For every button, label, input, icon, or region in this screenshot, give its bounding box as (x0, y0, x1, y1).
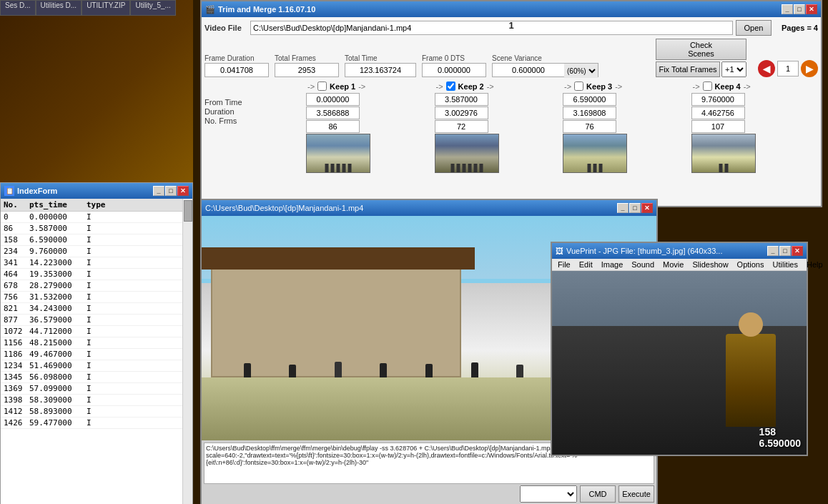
restore-button[interactable]: □ (165, 186, 177, 196)
trim-restore-button[interactable]: □ (794, 4, 805, 14)
keep-4-duration-input[interactable] (691, 107, 745, 119)
keep-4-from-time-input[interactable] (691, 93, 745, 106)
taskbar-item-4[interactable]: Utility_5_... (130, 0, 175, 16)
index-row[interactable]: 67828.279000I (1, 280, 182, 292)
taskbar-item-2[interactable]: Utilities D... (36, 0, 82, 16)
menu-edit[interactable]: Edit (576, 260, 596, 270)
player-close-button[interactable]: ✕ (641, 203, 653, 213)
keep-1-duration-input[interactable] (306, 107, 360, 119)
index-row[interactable]: 134556.098000I (1, 372, 182, 383)
keep-3-duration-input[interactable] (563, 107, 616, 119)
menu-help[interactable]: Help (803, 260, 827, 270)
index-row[interactable]: 2349.760000I (1, 246, 182, 257)
keep-1-from-time-input[interactable] (306, 93, 360, 106)
player-minimize-button[interactable]: _ (617, 203, 629, 213)
menu-file[interactable]: File (554, 260, 574, 270)
keep-3-from-time-input[interactable] (563, 93, 616, 106)
keep-2-header: -> Keep 2 -> (435, 80, 562, 92)
keep-2-duration-input[interactable] (435, 107, 488, 119)
scene-variance-input[interactable] (493, 64, 564, 76)
index-row[interactable]: 75631.532000I (1, 292, 182, 303)
keep-4-checkbox[interactable] (703, 81, 712, 91)
keep-3-checkbox[interactable] (574, 81, 583, 91)
frame-duration-input[interactable] (204, 63, 269, 77)
row-pts: 28.279000 (29, 281, 87, 290)
row-type: I (87, 224, 115, 233)
keep-4-thumb[interactable] (691, 134, 756, 173)
keep-1-thumb[interactable] (306, 134, 370, 173)
index-row[interactable]: 115648.215000I (1, 337, 182, 349)
keep-3-thumb[interactable] (563, 134, 627, 173)
keep-header-spacer (204, 80, 305, 97)
taskbar-item-3[interactable]: UTILITY.ZIP (82, 0, 130, 16)
minimize-button[interactable]: _ (153, 186, 164, 196)
vp-image-area[interactable]: 158 6.590000 (552, 271, 807, 455)
menu-sound[interactable]: Sound (628, 260, 658, 270)
row-no: 678 (4, 281, 29, 290)
plus-select[interactable]: +1 (721, 61, 746, 77)
index-row[interactable]: 00.000000I (1, 212, 182, 223)
page-input[interactable] (777, 61, 799, 76)
row-no: 1398 (4, 395, 29, 405)
keep-1-no-frms-input[interactable] (306, 120, 360, 133)
keep-2-from-time-input[interactable] (435, 93, 488, 106)
execute-button[interactable]: Execute (618, 485, 654, 503)
trim-title: Trim and Merge 1.16.07.10 (218, 5, 315, 14)
check-scenes-button[interactable]: Check Scenes (656, 39, 746, 60)
index-row[interactable]: 123451.469000I (1, 360, 182, 372)
taskbar-item-1[interactable]: Ses D... (0, 0, 36, 16)
index-row[interactable]: 136957.099000I (1, 383, 182, 395)
close-button[interactable]: ✕ (177, 186, 189, 196)
frame0-dts-input[interactable] (422, 63, 486, 77)
keep-2-checkbox[interactable] (446, 81, 455, 91)
next-page-button[interactable]: ▶ (801, 60, 818, 77)
total-frames-input[interactable] (275, 63, 339, 77)
menu-options[interactable]: Options (734, 260, 768, 270)
trim-minimize-button[interactable]: _ (782, 4, 793, 14)
row-pts: 19.353000 (29, 270, 87, 279)
player-controls: _ □ ✕ (617, 203, 653, 213)
prev-page-button[interactable]: ◀ (758, 60, 775, 77)
vp-restore-button[interactable]: □ (779, 246, 791, 256)
menu-slideshow[interactable]: Slideshow (689, 260, 731, 270)
taskbar: Ses D... Utilities D... UTILITY.ZIP Util… (0, 0, 193, 16)
index-row[interactable]: 46419.353000I (1, 269, 182, 280)
index-row[interactable]: 141258.893000I (1, 406, 182, 417)
keep-4-no-frms-input[interactable] (691, 120, 745, 133)
index-row[interactable]: 118649.467000I (1, 349, 182, 360)
scene-variance-select[interactable]: (60%) (564, 64, 598, 78)
fix-total-button[interactable]: Fix Total Frames (656, 61, 720, 77)
cmd-button[interactable]: CMD (580, 485, 616, 503)
row-type: I (87, 212, 115, 222)
trim-merge-window: 🎬 Trim and Merge 1.16.07.10 _ □ ✕ 1 Vide… (200, 0, 822, 207)
index-row[interactable]: 87736.579000I (1, 315, 182, 326)
player-restore-button[interactable]: □ (629, 203, 641, 213)
index-row[interactable]: 1586.590000I (1, 234, 182, 246)
index-row[interactable]: 82134.243000I (1, 303, 182, 315)
total-time-input[interactable] (345, 63, 416, 77)
menu-utilities[interactable]: Utilities (769, 260, 802, 270)
menu-image[interactable]: Image (598, 260, 627, 270)
keep-3-no-frms-input[interactable] (563, 120, 616, 133)
vp-close-button[interactable]: ✕ (792, 246, 803, 256)
keep-2-no-frms-input[interactable] (435, 120, 488, 133)
index-row[interactable]: 142659.477000I (1, 417, 182, 429)
keep-1-checkbox[interactable] (317, 81, 327, 91)
total-time-group: Total Time (345, 54, 416, 77)
index-scrollbar[interactable] (182, 199, 192, 504)
index-row[interactable]: 863.587000I (1, 223, 182, 234)
index-row[interactable]: 107244.712000I (1, 326, 182, 337)
row-pts: 59.477000 (29, 418, 87, 428)
index-scrollbar-thumb[interactable] (184, 200, 192, 222)
cmd-dropdown[interactable] (520, 485, 577, 503)
index-row[interactable]: 34114.223000I (1, 257, 182, 269)
open-button[interactable]: Open (736, 20, 772, 36)
row-pts: 58.893000 (29, 407, 87, 416)
vp-minimize-button[interactable]: _ (767, 246, 779, 256)
video-file-input[interactable] (250, 21, 733, 35)
keep-2-thumb[interactable] (435, 134, 499, 173)
trim-close-button[interactable]: ✕ (806, 4, 817, 14)
row-pts: 57.099000 (29, 384, 87, 393)
menu-movie[interactable]: Movie (659, 260, 687, 270)
index-row[interactable]: 139858.309000I (1, 395, 182, 406)
